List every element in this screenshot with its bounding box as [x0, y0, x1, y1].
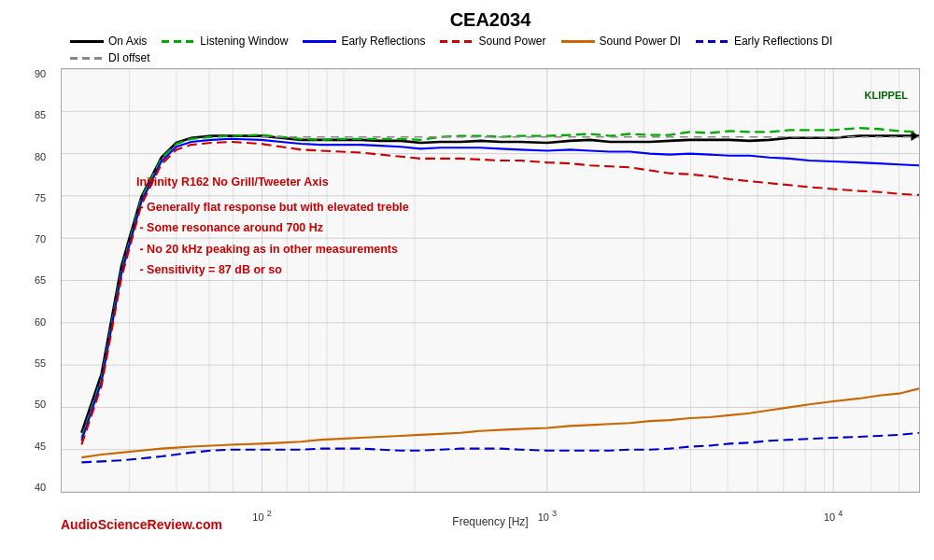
plot-svg: [62, 69, 919, 492]
watermark: AudioScienceReview.com: [61, 517, 222, 532]
legend-line-listening-window: [162, 40, 195, 43]
legend-sound-power-di: Sound Power DI: [561, 35, 681, 48]
chart-container: CEA2034 On Axis Listening Window Early R…: [0, 0, 934, 560]
legend-early-reflections: Early Reflections: [303, 35, 425, 48]
klippel-label: KLIPPEL: [865, 90, 908, 101]
plot-area: KLIPPEL Inifinity R162 No Grill/Tweeter …: [61, 68, 920, 493]
legend-label-listening-window: Listening Window: [200, 35, 288, 48]
legend-line-early-reflections: [303, 40, 336, 43]
legend-label-sound-power: Sound Power: [478, 35, 545, 48]
legend-on-axis: On Axis: [70, 35, 147, 48]
legend-listening-window: Listening Window: [162, 35, 288, 48]
annotation-1: - Generally flat response but with eleva…: [136, 197, 409, 218]
x-tick-100: 10 2: [252, 509, 271, 523]
legend-line-sound-power: [440, 40, 474, 43]
annotation-3: - No 20 kHz peaking as in other measurem…: [136, 239, 409, 260]
legend-label-sound-power-di: Sound Power DI: [600, 35, 681, 48]
legend-di-offset: DI offset: [70, 51, 149, 64]
chart-title: CEA2034: [61, 9, 920, 31]
annotation-title: Inifinity R162 No Grill/Tweeter Axis: [136, 172, 409, 193]
legend-early-reflections-di: Early Reflections DI: [696, 35, 832, 48]
legend-area: On Axis Listening Window Early Reflectio…: [61, 35, 920, 64]
x-tick-1000: 10 3: [538, 509, 557, 523]
legend-line-early-reflections-di: [696, 40, 729, 43]
x-tick-10000: 10 4: [824, 509, 842, 523]
legend-label-early-reflections: Early Reflections: [341, 35, 425, 48]
y-tick-labels: 90 85 80 75 70 65 60 55 50 45 40: [35, 68, 46, 493]
legend-label-di-offset: DI offset: [108, 51, 149, 64]
legend-label-on-axis: On Axis: [108, 35, 147, 48]
legend-sound-power: Sound Power: [440, 35, 545, 48]
legend-line-sound-power-di: [561, 40, 595, 43]
annotation-text: Inifinity R162 No Grill/Tweeter Axis - G…: [136, 172, 409, 281]
legend-line-di-offset: [70, 57, 104, 60]
legend-label-early-reflections-di: Early Reflections DI: [734, 35, 832, 48]
annotation-4: - Sensitivity = 87 dB or so: [136, 259, 409, 281]
legend-line-on-axis: [70, 40, 104, 43]
x-axis-label: Frequency [Hz]: [452, 515, 528, 528]
annotation-2: - Some resonance around 700 Hz: [136, 217, 409, 239]
